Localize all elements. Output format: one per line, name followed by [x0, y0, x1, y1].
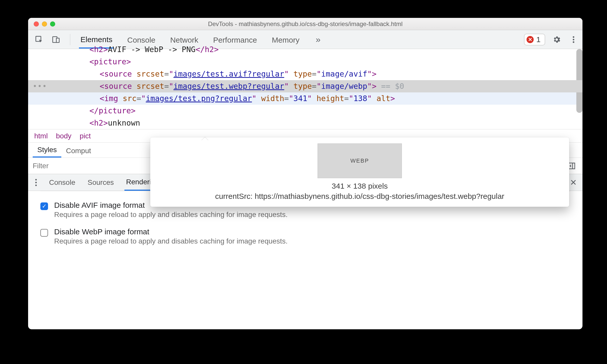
- dom-row[interactable]: <picture>: [28, 56, 582, 68]
- error-icon: ✕: [527, 36, 534, 43]
- image-thumbnail: WEBP: [318, 143, 402, 178]
- dom-row[interactable]: <h2>AVIF -> WebP -> PNG</h2>: [28, 43, 582, 56]
- svg-rect-6: [568, 163, 575, 169]
- svg-rect-2: [56, 38, 59, 42]
- option-title: Disable WebP image format: [54, 227, 288, 236]
- image-current-src: currentSrc: https://mathiasbynens.github…: [158, 192, 562, 201]
- subtab-computed[interactable]: Comput: [61, 144, 96, 157]
- window-title: DevTools - mathiasbynens.github.io/css-d…: [28, 20, 582, 28]
- svg-point-5: [573, 41, 574, 43]
- svg-point-3: [573, 36, 574, 38]
- crumb-html[interactable]: html: [34, 132, 48, 140]
- drawer-tab-sources[interactable]: Sources: [86, 175, 115, 190]
- subtab-styles[interactable]: Styles: [33, 143, 61, 157]
- svg-point-4: [573, 39, 574, 40]
- option-desc: Requires a page reload to apply and disa…: [54, 237, 288, 245]
- drawer-menu-icon[interactable]: [34, 179, 38, 186]
- option-desc: Requires a page reload to apply and disa…: [54, 211, 288, 219]
- dom-row-selected[interactable]: <source srcset="images/test.webp?regular…: [28, 80, 582, 92]
- crumb-picture[interactable]: pict: [80, 132, 91, 140]
- checkbox-unchecked-icon[interactable]: [40, 229, 48, 237]
- styles-filter-input[interactable]: [28, 160, 129, 172]
- drawer-tab-console[interactable]: Console: [48, 175, 77, 190]
- crumb-body[interactable]: body: [56, 132, 72, 140]
- dom-row[interactable]: <source srcset="images/test.avif?regular…: [28, 68, 582, 80]
- drawer-close-icon[interactable]: ✕: [570, 178, 577, 187]
- dom-tree[interactable]: <h2>AVIF -> WebP -> PNG</h2> <picture> <…: [28, 49, 582, 129]
- image-preview-tooltip: WEBP 341 × 138 pixels currentSrc: https:…: [150, 137, 569, 207]
- devtools-window: DevTools - mathiasbynens.github.io/css-d…: [28, 18, 582, 329]
- option-disable-webp[interactable]: Disable WebP image format Requires a pag…: [40, 227, 570, 245]
- checkbox-checked-icon[interactable]: ✓: [40, 202, 48, 210]
- dom-row[interactable]: <h2>unknown: [28, 117, 582, 129]
- window-titlebar: DevTools - mathiasbynens.github.io/css-d…: [28, 18, 582, 30]
- dom-row[interactable]: </picture>: [28, 105, 582, 117]
- error-count: 1: [536, 35, 541, 44]
- image-dimensions: 341 × 138 pixels: [158, 182, 562, 190]
- dom-row-hover[interactable]: <img src="images/test.png?regular" width…: [28, 92, 582, 105]
